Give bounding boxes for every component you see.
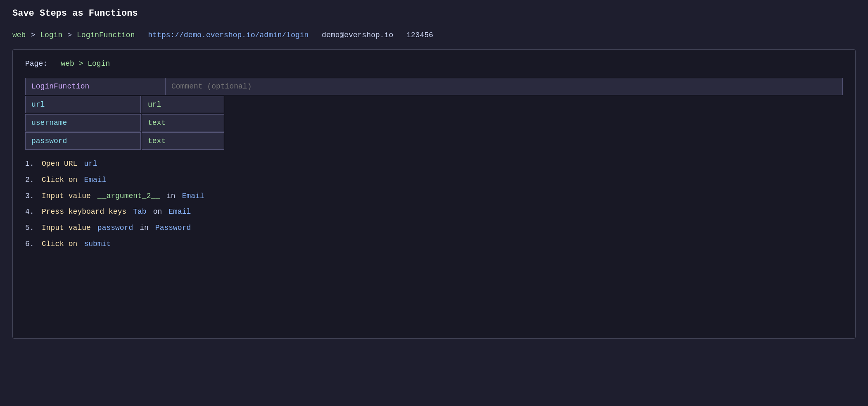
param-row: passwordtext: [25, 132, 843, 150]
step-part: __argument_2__: [97, 190, 160, 202]
page-label-path: web > Login: [61, 60, 110, 68]
main-container: Page: web > Login urlurlusernametextpass…: [12, 49, 856, 339]
breadcrumb: web > Login > LoginFunction https://demo…: [12, 31, 856, 39]
step-part: password: [97, 222, 133, 234]
breadcrumb-web: web: [12, 31, 26, 39]
step-number: 1.: [25, 158, 42, 170]
breadcrumb-email: demo@evershop.io: [322, 31, 393, 39]
step-part: Email: [182, 190, 204, 202]
step-part: Open URL: [42, 158, 77, 170]
function-name-input[interactable]: [25, 78, 166, 95]
breadcrumb-password: 123456: [406, 31, 433, 39]
param-type-cell: url: [142, 96, 224, 113]
step-part: Input value: [42, 190, 91, 202]
steps-list: 1.Open URLurl2.Click onEmail3.Input valu…: [25, 158, 843, 250]
param-name-cell: password: [25, 132, 141, 150]
step-part: Email: [84, 174, 106, 186]
step-item: 2.Click onEmail: [25, 174, 843, 186]
step-part: Input value: [42, 222, 91, 234]
function-name-row: [25, 78, 843, 95]
breadcrumb-sep-2: >: [67, 31, 72, 39]
step-number: 6.: [25, 238, 42, 250]
step-item: 1.Open URLurl: [25, 158, 843, 170]
page-label-prefix: Page:: [25, 60, 47, 68]
param-type-cell: text: [142, 132, 224, 150]
page-label: Page: web > Login: [25, 60, 843, 68]
step-part: Click on: [42, 238, 77, 250]
step-part: Email: [168, 206, 191, 218]
step-part: Password: [155, 222, 191, 234]
params-table: urlurlusernametextpasswordtext: [25, 96, 843, 150]
step-item: 6.Click onsubmit: [25, 238, 843, 250]
breadcrumb-function: LoginFunction: [77, 31, 135, 39]
page-title: Save Steps as Functions: [12, 8, 856, 19]
step-part: in: [166, 190, 175, 202]
param-name-cell: url: [25, 96, 141, 113]
param-row: urlurl: [25, 96, 843, 113]
breadcrumb-url: https://demo.evershop.io/admin/login: [148, 31, 308, 39]
breadcrumb-sep-1: >: [31, 31, 35, 39]
step-part: submit: [84, 238, 111, 250]
param-name-cell: username: [25, 114, 141, 131]
step-number: 5.: [25, 222, 42, 234]
breadcrumb-login: Login: [40, 31, 62, 39]
step-part: in: [140, 222, 149, 234]
step-number: 3.: [25, 190, 42, 202]
param-row: usernametext: [25, 114, 843, 131]
step-number: 2.: [25, 174, 42, 186]
comment-input[interactable]: [166, 78, 843, 95]
step-part: Click on: [42, 174, 77, 186]
step-part: on: [153, 206, 162, 218]
step-item: 3.Input value__argument_2__inEmail: [25, 190, 843, 202]
step-number: 4.: [25, 206, 42, 218]
step-item: 5.Input valuepasswordinPassword: [25, 222, 843, 234]
step-part: Press keyboard keys: [42, 206, 126, 218]
param-type-cell: text: [142, 114, 224, 131]
step-part: Tab: [133, 206, 146, 218]
step-item: 4.Press keyboard keysTabonEmail: [25, 206, 843, 218]
step-part: url: [84, 158, 97, 170]
